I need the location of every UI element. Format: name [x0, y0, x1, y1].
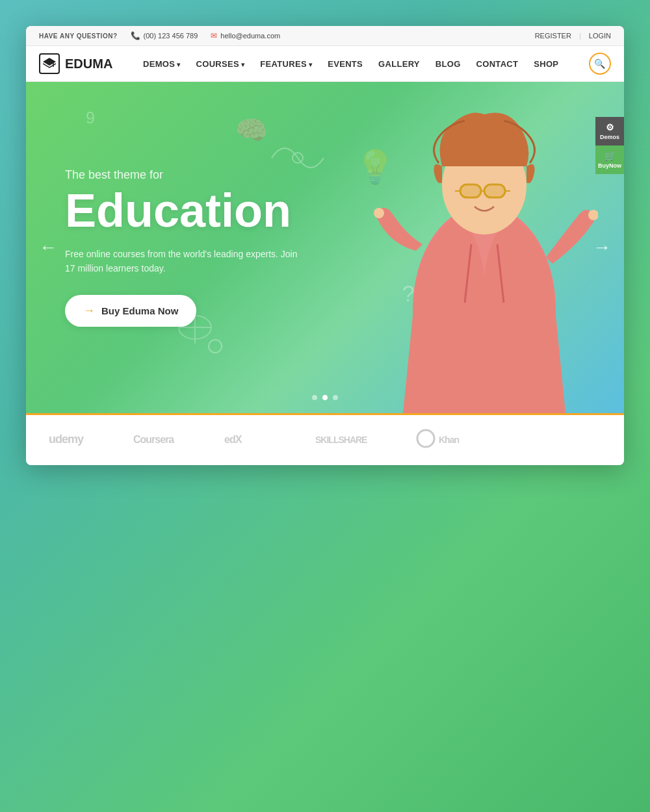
svg-text:Coursera: Coursera — [133, 434, 174, 445]
nav-item-blog[interactable]: BLOG — [436, 58, 461, 70]
hero-dot-2[interactable] — [322, 395, 328, 400]
hero-title: Education — [65, 187, 299, 234]
buy-now-side-button[interactable]: 🛒 BuyNow — [595, 146, 624, 174]
svg-point-21 — [417, 430, 434, 447]
partner-logo-5: Khan — [416, 429, 474, 451]
nav-link-features[interactable]: FEATURES — [260, 59, 312, 69]
navbar: EDUMA DEMOS COURSES FEATURES EVENTS GALL… — [26, 46, 624, 82]
svg-point-15 — [374, 208, 384, 218]
nav-item-features[interactable]: FEATURES — [260, 58, 312, 70]
phone-number: (00) 123 456 789 — [144, 32, 198, 40]
top-bar: HAVE ANY QUESTION? 📞 (00) 123 456 789 ✉ … — [26, 26, 624, 46]
nav-link-demos[interactable]: DEMOS — [143, 59, 181, 69]
logo-text: EDUMA — [65, 57, 112, 71]
partner-logo-3: edX — [221, 429, 286, 451]
top-bar-right: REGISTER | LOGIN — [535, 32, 611, 40]
partner-logos: udemy Coursera edX SKILLSHARE — [46, 429, 474, 451]
buy-now-side-label: BuyNow — [598, 162, 621, 169]
nav-link-contact[interactable]: CONTACT — [476, 59, 519, 69]
demos-side-button[interactable]: ⚙ Demos — [595, 117, 624, 146]
partner-logo-2: Coursera — [130, 429, 195, 451]
nav-menu: DEMOS COURSES FEATURES EVENTS GALLERY BL… — [143, 58, 558, 70]
phone-contact: 📞 (00) 123 456 789 — [131, 31, 198, 40]
partner-logo-4: SKILLSHARE — [312, 429, 390, 451]
hero-prev-button[interactable]: ← — [39, 237, 57, 258]
doodle-9: 9 — [86, 108, 95, 127]
nav-item-events[interactable]: EVENTS — [328, 58, 363, 70]
hero-content: The best theme for Education Free online… — [26, 129, 338, 366]
nav-link-events[interactable]: EVENTS — [328, 59, 363, 69]
hero-dot-3[interactable] — [333, 395, 338, 400]
nav-link-shop[interactable]: SHOP — [534, 59, 558, 69]
svg-text:SKILLSHARE: SKILLSHARE — [315, 435, 367, 445]
email-address: hello@eduma.com — [220, 32, 280, 40]
svg-text:Khan: Khan — [439, 435, 459, 445]
hero-person-figure — [364, 101, 598, 413]
question-label: HAVE ANY QUESTION? — [39, 32, 118, 40]
logo[interactable]: EDUMA — [39, 53, 112, 74]
logo-icon — [39, 53, 60, 74]
nav-item-gallery[interactable]: GALLERY — [378, 58, 420, 70]
hero-cta-label: Buy Eduma Now — [101, 305, 178, 316]
hero-dots — [312, 395, 338, 400]
hero-dot-1[interactable] — [312, 395, 317, 400]
hero-subtitle: The best theme for — [65, 168, 299, 182]
hero-cta-button[interactable]: → Buy Eduma Now — [65, 295, 196, 327]
cart-icon: 🛒 — [604, 151, 616, 161]
register-link[interactable]: REGISTER — [535, 32, 571, 40]
hero-image-area — [312, 82, 624, 413]
nav-link-courses[interactable]: COURSES — [196, 59, 245, 69]
svg-text:udemy: udemy — [49, 433, 84, 446]
nav-item-contact[interactable]: CONTACT — [476, 58, 519, 70]
search-icon: 🔍 — [594, 58, 605, 69]
hero-description: Free online courses from the world's lea… — [65, 247, 299, 276]
demos-side-label: Demos — [600, 134, 619, 140]
bottom-strip: udemy Coursera edX SKILLSHARE — [26, 413, 624, 465]
svg-text:edX: edX — [224, 434, 242, 445]
partner-logo-1: udemy — [46, 429, 104, 451]
arrow-right-icon: → — [83, 304, 95, 318]
divider: | — [579, 32, 581, 40]
gear-icon: ⚙ — [606, 122, 614, 133]
svg-rect-14 — [484, 184, 505, 197]
nav-link-blog[interactable]: BLOG — [436, 59, 461, 69]
nav-item-shop[interactable]: SHOP — [534, 58, 558, 70]
login-link[interactable]: LOGIN — [589, 32, 611, 40]
search-button[interactable]: 🔍 — [589, 53, 611, 75]
nav-item-demos[interactable]: DEMOS — [143, 58, 181, 70]
main-nav: DEMOS COURSES FEATURES EVENTS GALLERY BL… — [143, 58, 558, 70]
phone-icon: 📞 — [131, 31, 140, 40]
svg-rect-13 — [460, 184, 481, 197]
hero-next-button[interactable]: → — [593, 237, 611, 258]
email-icon: ✉ — [211, 31, 217, 40]
hero-section: 🧠 💡 9 ○ ? The best theme for Education F… — [26, 82, 624, 413]
email-contact: ✉ hello@eduma.com — [211, 31, 280, 40]
nav-link-gallery[interactable]: GALLERY — [378, 59, 420, 69]
nav-item-courses[interactable]: COURSES — [196, 58, 245, 70]
